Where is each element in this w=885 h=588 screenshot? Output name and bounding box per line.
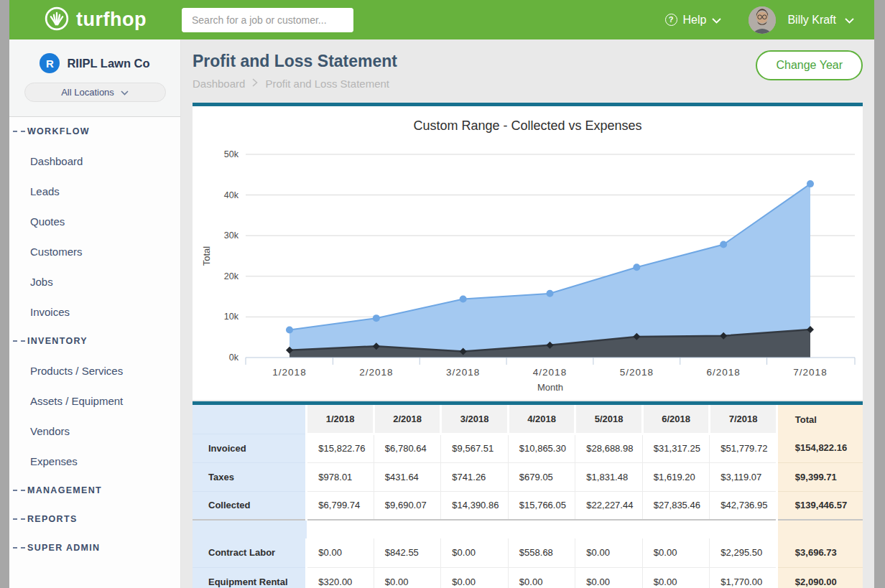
brand-logo[interactable]: turfhop bbox=[9, 6, 181, 34]
help-label: Help bbox=[683, 14, 707, 27]
pl-table-card: 1/20182/20183/20184/20185/20186/20187/20… bbox=[193, 401, 863, 588]
location-selector[interactable]: All Locations bbox=[24, 83, 166, 102]
column-header-1-2018: 1/2018 bbox=[307, 405, 374, 434]
avatar[interactable] bbox=[749, 6, 776, 34]
value-cell: $1,619.20 bbox=[642, 462, 710, 491]
question-mark-icon: ? bbox=[665, 14, 677, 26]
dashes-icon bbox=[13, 547, 25, 549]
column-header-3-2018: 3/2018 bbox=[441, 405, 509, 434]
row-label: Contract Labor bbox=[193, 538, 307, 567]
value-cell: $1,770.00 bbox=[710, 567, 777, 588]
data-point-collected bbox=[460, 296, 467, 303]
spacer-cell bbox=[710, 520, 777, 538]
breadcrumb-current: Profit and Loss Statement bbox=[265, 78, 389, 90]
left-scrollbar[interactable] bbox=[0, 0, 9, 588]
search-input[interactable] bbox=[182, 8, 353, 32]
sidebar-item-products-services[interactable]: Products / Services bbox=[9, 355, 180, 386]
pl-table: 1/20182/20183/20184/20185/20186/20187/20… bbox=[193, 405, 863, 588]
chevron-down-icon bbox=[845, 14, 854, 27]
x-tick-label: 5/2018 bbox=[620, 367, 654, 378]
value-cell: $9,690.07 bbox=[374, 491, 441, 520]
y-tick-label: 20k bbox=[224, 271, 239, 281]
x-tick-label: 3/2018 bbox=[446, 367, 480, 378]
row-label: Equipment Rental bbox=[193, 567, 307, 588]
value-cell: $3,119.07 bbox=[710, 462, 777, 491]
chevron-right-icon bbox=[252, 78, 258, 89]
y-tick-label: 0k bbox=[229, 353, 239, 363]
sidebar-item-vendors[interactable]: Vendors bbox=[9, 416, 180, 446]
company-block: R RIIPL Lawn Co All Locations bbox=[9, 39, 180, 117]
value-cell: $0.00 bbox=[508, 567, 575, 588]
row-label: Taxes bbox=[193, 462, 307, 491]
sidebar-item-customers[interactable]: Customers bbox=[9, 236, 180, 266]
value-cell: $22,227.44 bbox=[575, 491, 643, 520]
total-cell: $9,399.71 bbox=[777, 462, 863, 491]
value-cell: $0.00 bbox=[307, 538, 374, 567]
value-cell: $31,317.25 bbox=[642, 434, 710, 462]
row-label-header bbox=[193, 405, 307, 434]
sidebar-section-management[interactable]: MANAGEMENT bbox=[9, 476, 180, 505]
brand-name: turfhop bbox=[76, 9, 147, 31]
app-window: turfhop ? Help bbox=[9, 0, 874, 588]
page-header: Profit and Loss Statement Dashboard Prof… bbox=[193, 39, 863, 103]
sidebar-section-super-admin[interactable]: SUPER ADMIN bbox=[9, 533, 180, 562]
chart-svg: 0k10k20k30k40k50k1/20182/20183/20184/201… bbox=[193, 110, 861, 400]
column-header-6-2018: 6/2018 bbox=[642, 405, 710, 434]
dashes-icon bbox=[13, 131, 25, 132]
column-header-total: Total bbox=[777, 405, 863, 434]
value-cell: $6,799.74 bbox=[307, 491, 374, 520]
sidebar-item-assets-equipment[interactable]: Assets / Equipment bbox=[9, 386, 180, 416]
column-header-2-2018: 2/2018 bbox=[374, 405, 441, 434]
sidebar-item-invoices[interactable]: Invoices bbox=[9, 297, 180, 327]
value-cell: $51,779.72 bbox=[710, 434, 777, 462]
table-row-taxes: Taxes$978.01$431.64$741.26$679.05$1,831.… bbox=[193, 462, 863, 491]
value-cell: $558.68 bbox=[508, 538, 575, 567]
value-cell: $6,780.64 bbox=[374, 434, 441, 462]
sidebar-item-leads[interactable]: Leads bbox=[9, 176, 180, 206]
series-area-collected bbox=[289, 184, 810, 358]
sidebar-item-jobs[interactable]: Jobs bbox=[9, 266, 180, 297]
sidebar-item-dashboard[interactable]: Dashboard bbox=[9, 146, 180, 176]
x-axis-title: Month bbox=[537, 382, 563, 393]
value-cell: $431.64 bbox=[374, 462, 441, 491]
row-label: Collected bbox=[193, 491, 307, 520]
change-year-button[interactable]: Change Year bbox=[756, 50, 863, 80]
company-name: RIIPL Lawn Co bbox=[67, 57, 149, 70]
sidebar-section-label: WORKFLOW bbox=[27, 126, 90, 136]
x-tick-label: 6/2018 bbox=[707, 367, 741, 378]
x-tick-label: 2/2018 bbox=[359, 367, 393, 378]
sidebar-item-quotes[interactable]: Quotes bbox=[9, 206, 180, 236]
location-selector-label: All Locations bbox=[61, 87, 114, 98]
value-cell: $10,865.30 bbox=[508, 434, 575, 462]
breadcrumb-dashboard[interactable]: Dashboard bbox=[193, 78, 245, 90]
help-menu[interactable]: ? Help bbox=[665, 14, 722, 27]
spacer-total-cell bbox=[777, 520, 863, 538]
data-point-collected bbox=[546, 290, 553, 297]
main-content: Profit and Loss Statement Dashboard Prof… bbox=[181, 39, 874, 588]
spacer-label-cell bbox=[193, 520, 307, 538]
value-cell: $842.55 bbox=[374, 538, 441, 567]
value-cell: $978.01 bbox=[307, 462, 374, 491]
sidebar-section-label: MANAGEMENT bbox=[27, 485, 102, 495]
value-cell: $14,390.86 bbox=[441, 491, 509, 520]
user-menu[interactable]: Billy Kraft bbox=[787, 14, 854, 27]
sidebar-section-reports[interactable]: REPORTS bbox=[9, 505, 180, 533]
sidebar-section-label: INVENTORY bbox=[27, 336, 88, 346]
sidebar-section-inventory[interactable]: INVENTORY bbox=[9, 327, 180, 355]
value-cell: $27,835.46 bbox=[642, 491, 710, 520]
table-row-collected: Collected$6,799.74$9,690.07$14,390.86$15… bbox=[193, 491, 863, 520]
table-row-contract-labor: Contract Labor$0.00$842.55$0.00$558.68$0… bbox=[193, 538, 863, 567]
company-row[interactable]: R RIIPL Lawn Co bbox=[40, 53, 149, 73]
value-cell: $28,688.98 bbox=[575, 434, 643, 462]
row-label: Invoiced bbox=[193, 434, 307, 462]
spacer-cell bbox=[642, 520, 710, 538]
y-axis-title: Total bbox=[201, 246, 212, 266]
company-badge: R bbox=[40, 53, 60, 73]
dashes-icon bbox=[13, 340, 25, 342]
sidebar-item-expenses[interactable]: Expenses bbox=[9, 446, 180, 476]
spacer-cell bbox=[508, 520, 575, 538]
total-cell: $3,696.73 bbox=[777, 538, 863, 567]
right-scrollbar[interactable] bbox=[874, 0, 885, 588]
value-cell: $42,736.95 bbox=[710, 491, 777, 520]
sidebar-section-workflow[interactable]: WORKFLOW bbox=[9, 117, 180, 146]
